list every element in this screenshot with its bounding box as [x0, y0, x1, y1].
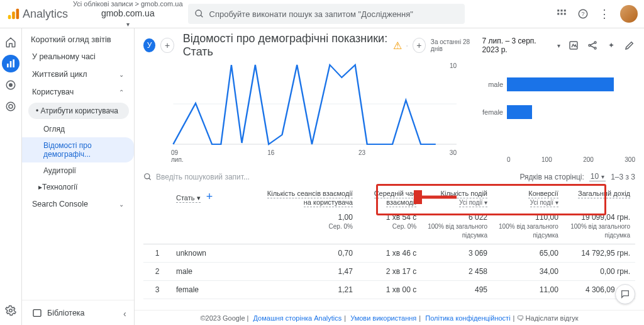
report-body: 10 09лип. 16 23 30 male — [135, 62, 644, 310]
chevron-down-icon: ▾ — [126, 21, 130, 28]
rail-home[interactable] — [2, 33, 19, 51]
segment-chip[interactable]: У — [143, 38, 155, 52]
sidebar-item-lifecycle[interactable]: Життєвий цикл⌄ — [22, 66, 134, 83]
footer: ©2023 Google | Домашня сторінка Analytic… — [135, 310, 644, 325]
svg-rect-10 — [564, 13, 566, 15]
analytics-icon — [6, 7, 20, 21]
dimension-picker[interactable]: Стать ▾ — [176, 194, 201, 203]
table-toolbar: Введіть пошуковий запит... Рядків на сто… — [143, 168, 635, 185]
conversions-filter[interactable]: Усі події ▾ — [530, 199, 558, 207]
date-range[interactable]: 7 лип. – 3 серп. 2023 р. — [482, 37, 550, 54]
property-name: gmob.com.ua — [101, 8, 155, 18]
add-dimension-button[interactable]: + — [206, 190, 213, 203]
col-sessions[interactable]: Кількість сеансів взаємодії на користува… — [267, 190, 353, 207]
svg-rect-0 — [8, 15, 11, 19]
row-range: 1–3 з 3 — [611, 173, 635, 181]
rail-reports[interactable] — [2, 55, 19, 72]
warning-icon[interactable]: ⚠ — [393, 40, 402, 52]
sidebar: Короткий огляд звітів У реальному часі Ж… — [22, 28, 135, 325]
svg-rect-14 — [10, 61, 12, 67]
sidebar-item-search-console[interactable]: Search Console⌄ — [22, 195, 134, 213]
sidebar-item-realtime[interactable]: У реальному часі — [22, 48, 134, 66]
svg-point-3 — [196, 10, 201, 16]
ga-logo: Analytics — [6, 7, 68, 21]
sidebar-item-user-attributes[interactable]: • Атрибути користувача — [28, 103, 129, 119]
svg-rect-1 — [12, 11, 15, 19]
svg-point-23 — [589, 45, 591, 47]
svg-point-28 — [145, 173, 150, 178]
rows-per-page-select[interactable]: 10 ▾ — [589, 172, 606, 181]
apps-icon[interactable] — [556, 8, 567, 20]
kebab-icon[interactable]: ⋮ — [599, 7, 610, 21]
sidebar-library[interactable]: Бібліотека — [22, 300, 134, 325]
col-avg-time[interactable]: Середній час взаємодії — [374, 190, 417, 207]
table-row[interactable]: 3female1,211 хв 00 с49511,004 306,09 грн… — [143, 280, 635, 299]
help-icon[interactable]: ? — [577, 8, 589, 20]
sidebar-item-overview[interactable]: Огляд — [22, 121, 134, 137]
table-search-input[interactable]: Введіть пошуковий запит... — [156, 173, 250, 181]
chevron-down-icon: ⌄ — [119, 71, 124, 78]
svg-point-17 — [9, 84, 13, 87]
data-table: Стать ▾ + Кількість сеансів взаємодії на… — [143, 185, 635, 299]
svg-rect-8 — [557, 13, 559, 15]
share-icon[interactable] — [587, 39, 598, 52]
search-placeholder: Спробуйте виконати пошук за запитом "Дос… — [209, 9, 413, 19]
svg-rect-21 — [33, 310, 41, 317]
table-row[interactable]: 2male1,472 хв 17 с2 45834,000,00 грн. — [143, 262, 635, 280]
sidebar-item-audiences[interactable]: Аудиторії — [22, 162, 134, 179]
svg-rect-9 — [561, 13, 563, 15]
topbar: Analytics Усі облікові записи > gmob.com… — [0, 0, 644, 28]
svg-line-4 — [201, 15, 203, 17]
rail-advertising[interactable] — [2, 98, 19, 115]
events-filter[interactable]: Усі події ▾ — [459, 199, 487, 207]
svg-rect-6 — [561, 9, 563, 11]
report-title: Відомості про демографічні показники: Ст… — [183, 32, 426, 59]
col-events[interactable]: Кількість подій — [441, 190, 487, 198]
search-input[interactable]: Спробуйте виконати пошук за запитом "Дос… — [188, 4, 465, 24]
line-series — [173, 65, 435, 144]
svg-point-25 — [594, 47, 596, 49]
rail-admin[interactable] — [2, 302, 19, 319]
add-metric-button[interactable]: + — [413, 38, 426, 53]
footer-feedback[interactable]: 🗨 Надіслати відгук — [517, 314, 579, 322]
svg-point-19 — [9, 105, 13, 108]
edit-icon[interactable] — [624, 39, 635, 52]
sidebar-item-demographics[interactable]: Відомості про демографіч... — [22, 137, 134, 162]
date-range-prefix: За останні 28 днів — [431, 38, 475, 52]
add-comparison-button[interactable]: + — [160, 38, 174, 53]
svg-rect-15 — [13, 59, 14, 67]
svg-rect-2 — [16, 9, 19, 20]
sidebar-item-tech[interactable]: ▸ Технології — [22, 179, 134, 195]
rail-explore[interactable] — [2, 76, 19, 94]
search-icon — [194, 9, 204, 19]
col-revenue[interactable]: Загальний дохід — [578, 190, 630, 198]
sidebar-item-user[interactable]: Користувач⌃ — [22, 83, 134, 101]
svg-rect-7 — [564, 9, 566, 11]
svg-text:?: ? — [581, 11, 584, 17]
feedback-bubble[interactable] — [615, 284, 635, 304]
top-actions: ? ⋮ — [556, 5, 638, 23]
svg-line-29 — [149, 178, 151, 180]
account-switcher[interactable]: Усі облікові записи > gmob.com.ua gmob.c… — [73, 0, 183, 28]
account-path: Усі облікові записи > gmob.com.ua — [73, 0, 183, 8]
col-conversions[interactable]: Конверсії — [528, 190, 558, 198]
line-chart: 10 09лип. 16 23 30 — [143, 62, 457, 163]
svg-point-18 — [6, 102, 15, 111]
svg-rect-5 — [557, 9, 559, 11]
chevron-down-icon: ⌄ — [119, 201, 124, 208]
footer-link[interactable]: Домашня сторінка Analytics — [253, 314, 342, 322]
insights-icon[interactable]: ✦ — [606, 39, 616, 52]
table-row[interactable]: 1unknown0,701 хв 46 с3 06965,0014 792,95… — [143, 244, 635, 262]
chevron-up-icon: ⌃ — [119, 89, 124, 96]
bar-male — [507, 77, 614, 91]
footer-link[interactable]: Політика конфіденційності — [425, 314, 510, 322]
library-icon — [32, 308, 42, 318]
footer-link[interactable]: Умови використання — [350, 314, 416, 322]
search-icon — [143, 173, 152, 181]
customize-icon[interactable] — [568, 39, 579, 52]
product-name: Analytics — [23, 8, 68, 21]
totals-row: 1,00Сер. 0% 1 хв 54 сСер. 0% 6 022100% в… — [143, 208, 635, 244]
bar-chart: male female 0 100 200 300 — [472, 62, 635, 163]
collapse-sidebar-button[interactable]: ‹ — [123, 309, 126, 319]
avatar[interactable] — [620, 5, 638, 23]
